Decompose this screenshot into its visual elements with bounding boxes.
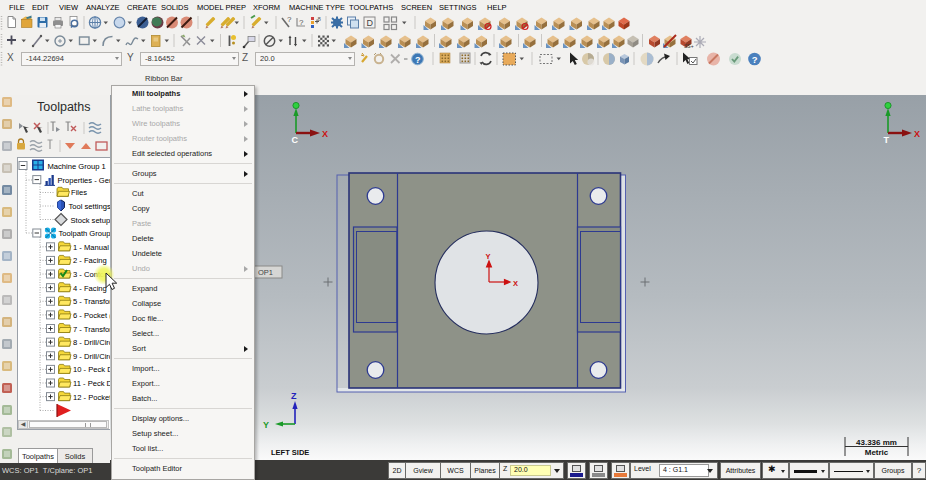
svg-text:?: ? <box>287 15 292 24</box>
svg-text:Tool settings: Tool settings <box>68 202 110 211</box>
svg-text:Toolpath Group-1: Toolpath Group-1 <box>58 229 110 238</box>
svg-text:10 - Peck Drill: 10 - Peck Drill <box>73 365 110 374</box>
svg-text:LEFT SIDE: LEFT SIDE <box>271 448 309 457</box>
svg-text:Files: Files <box>71 188 87 197</box>
svg-text:7 - Transform: 7 - Transform <box>73 325 110 334</box>
svg-text:SS+: SS+ <box>684 43 694 49</box>
svg-text:6 - Pocket (St: 6 - Pocket (St <box>73 311 110 320</box>
svg-text:Properties - Gener: Properties - Gener <box>57 176 110 185</box>
svg-text:X: X <box>513 279 518 288</box>
svg-text:OP1: OP1 <box>258 268 273 277</box>
svg-text:D: D <box>367 18 374 28</box>
svg-text:Stock setup: Stock setup <box>70 216 110 225</box>
svg-text:1 - Manual En: 1 - Manual En <box>73 243 110 252</box>
svg-text:12 - Pocket (S: 12 - Pocket (S <box>73 393 110 402</box>
svg-text:X: X <box>322 129 328 139</box>
svg-text:T: T <box>884 135 890 145</box>
svg-text:Metric: Metric <box>865 448 889 457</box>
svg-text:43.336 mm: 43.336 mm <box>856 438 897 447</box>
svg-text:C: C <box>292 135 299 145</box>
svg-text:9 - Drill/Circle: 9 - Drill/Circle <box>73 352 110 361</box>
svg-text:Machine Group 1: Machine Group 1 <box>47 162 105 171</box>
svg-text:X: X <box>914 129 920 139</box>
svg-text:Z: Z <box>291 391 297 401</box>
svg-text:?: ? <box>299 18 304 27</box>
svg-text:?: ? <box>752 54 758 65</box>
svg-text:Y: Y <box>486 252 491 261</box>
svg-text:11 - Peck Drill: 11 - Peck Drill <box>73 379 110 388</box>
svg-text:8 - Drill/Circle: 8 - Drill/Circle <box>73 338 110 347</box>
svg-text:?: ? <box>415 55 421 65</box>
svg-text:Y: Y <box>263 420 269 430</box>
